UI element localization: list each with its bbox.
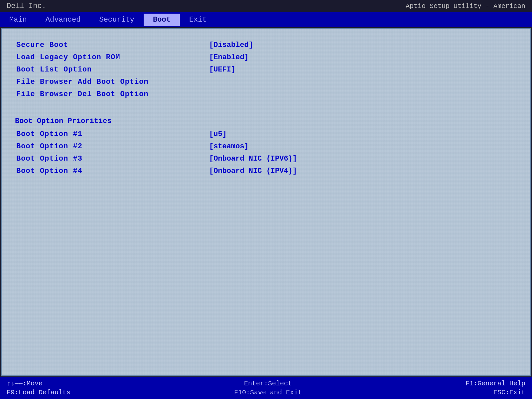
boot-option-1-label: Boot Option #1 <box>15 129 208 139</box>
load-legacy-rom-value: [Enabled] <box>208 53 250 62</box>
boot-priorities-header: Boot Option Priorities <box>15 116 517 127</box>
nav-bar: Main Advanced Security Boot Exit <box>0 12 532 27</box>
file-browser-del-value <box>208 89 210 91</box>
file-browser-add-value <box>208 77 210 78</box>
boot-option-1-row[interactable]: Boot Option #1 [u5] <box>15 128 517 140</box>
boot-option-3-label: Boot Option #3 <box>15 154 208 164</box>
boot-option-1-value: [u5] <box>208 129 228 139</box>
load-legacy-rom-row[interactable]: Load Legacy Option ROM [Enabled] <box>15 51 517 64</box>
tab-security[interactable]: Security <box>90 14 144 26</box>
boot-option-2-row[interactable]: Boot Option #2 [steamos] <box>15 140 517 153</box>
tab-main[interactable]: Main <box>0 14 36 26</box>
tab-boot[interactable]: Boot <box>144 14 180 26</box>
boot-option-3-value: [Onboard NIC (IPV6)] <box>208 154 298 164</box>
boot-list-option-row[interactable]: Boot List Option [UEFI] <box>15 64 517 76</box>
status-f1-help: F1:General Help <box>466 380 525 387</box>
top-bar: Dell Inc. Aptio Setup Utility - American <box>0 0 532 12</box>
load-legacy-rom-label: Load Legacy Option ROM <box>15 53 208 62</box>
status-bar: ↑↓→←:Move F9:Load Defaults Enter:Select … <box>0 377 532 399</box>
boot-priorities-section: Boot Option Priorities Boot Option #1 [u… <box>15 112 517 177</box>
status-load-defaults: F9:Load Defaults <box>7 389 70 396</box>
boot-option-3-row[interactable]: Boot Option #3 [Onboard NIC (IPV6)] <box>15 153 517 165</box>
boot-list-option-value: [UEFI] <box>208 65 237 74</box>
boot-option-4-value: [Onboard NIC (IPV4)] <box>208 166 298 176</box>
manufacturer-name: Dell Inc. <box>7 2 46 10</box>
boot-option-4-label: Boot Option #4 <box>15 166 208 176</box>
file-browser-add-label: File Browser Add Boot Option <box>15 77 208 87</box>
status-enter-select: Enter:Select <box>234 380 302 387</box>
spacer-1 <box>15 107 517 112</box>
tab-exit[interactable]: Exit <box>180 14 216 26</box>
boot-option-4-row[interactable]: Boot Option #4 [Onboard NIC (IPV4)] <box>15 165 517 177</box>
secure-boot-row[interactable]: Secure Boot [Disabled] <box>15 39 517 51</box>
boot-list-option-label: Boot List Option <box>15 65 208 74</box>
secure-boot-value: [Disabled] <box>208 40 254 50</box>
tab-advanced[interactable]: Advanced <box>36 14 90 26</box>
boot-settings-section: Secure Boot [Disabled] Load Legacy Optio… <box>15 39 517 100</box>
boot-option-2-value: [steamos] <box>208 142 250 151</box>
file-browser-del-row[interactable]: File Browser Del Boot Option <box>15 88 517 100</box>
status-save-exit: F10:Save and Exit <box>234 389 302 396</box>
file-browser-del-label: File Browser Del Boot Option <box>15 89 208 99</box>
main-content: Secure Boot [Disabled] Load Legacy Optio… <box>1 28 531 376</box>
status-move: ↑↓→←:Move <box>7 380 70 387</box>
status-esc-exit: ESC:Exit <box>466 389 525 396</box>
boot-option-2-label: Boot Option #2 <box>15 142 208 151</box>
utility-name: Aptio Setup Utility - American <box>406 2 525 10</box>
file-browser-add-row[interactable]: File Browser Add Boot Option <box>15 76 517 88</box>
secure-boot-label: Secure Boot <box>15 40 208 50</box>
